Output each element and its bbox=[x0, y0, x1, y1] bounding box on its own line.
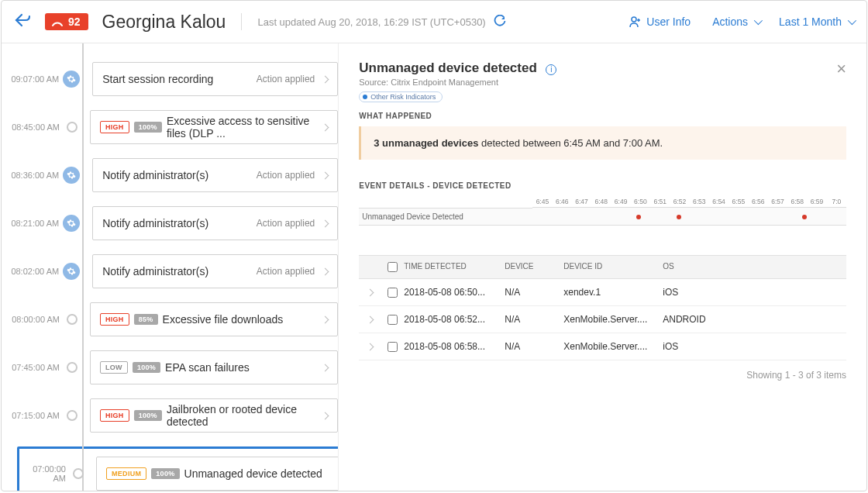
expand-row-icon[interactable] bbox=[359, 287, 381, 298]
timeline-event-card[interactable]: LOW100%EPA scan failures bbox=[90, 350, 338, 384]
event-title: Start session recording bbox=[102, 73, 257, 85]
timeline-event-card[interactable]: HIGH100%Jailbroken or rooted device dete… bbox=[90, 398, 338, 433]
table-row[interactable]: 2018-05-08 06:58...N/AXenMobile.Server..… bbox=[359, 333, 846, 360]
last-updated-text: Last updated Aug 20, 2018, 16:29 IST (UT… bbox=[257, 16, 485, 28]
refresh-button[interactable] bbox=[494, 15, 506, 29]
table-footer: Showing 1 - 3 of 3 items bbox=[359, 370, 846, 381]
event-dot bbox=[677, 215, 681, 219]
gear-icon bbox=[63, 71, 80, 88]
cell-device: N/A bbox=[505, 341, 563, 352]
tick-label: 6:58 bbox=[787, 198, 807, 205]
cell-os: ANDROID bbox=[663, 314, 731, 325]
chevron-right-icon bbox=[322, 315, 329, 323]
user-info-label: User Info bbox=[646, 16, 691, 28]
event-details-label: EVENT DETAILS - DEVICE DETECTED bbox=[359, 181, 846, 190]
event-timeline-chart: 6:456:466:476:486:496:506:516:526:536:54… bbox=[359, 198, 846, 226]
chevron-right-icon bbox=[322, 267, 329, 275]
table-row[interactable]: 2018-05-08 06:52...N/AXenMobile.Server..… bbox=[359, 306, 846, 333]
event-dot bbox=[636, 215, 641, 219]
col-device[interactable]: DEVICE bbox=[505, 262, 563, 272]
table-row[interactable]: 2018-05-08 06:50...N/Axendev.1iOS bbox=[359, 279, 846, 306]
event-title: Jailbroken or rooted device detected bbox=[167, 403, 315, 428]
timerange-dropdown[interactable]: Last 1 Month bbox=[779, 16, 854, 28]
event-timestamp: 08:02:00 AM bbox=[2, 267, 65, 276]
chevron-right-icon bbox=[322, 123, 329, 131]
severity-tag: HIGH bbox=[100, 409, 129, 422]
event-dot bbox=[802, 215, 807, 219]
chevron-right-icon bbox=[322, 171, 329, 179]
back-button[interactable] bbox=[14, 12, 33, 32]
expand-row-icon[interactable] bbox=[359, 314, 381, 325]
timeline-event-card[interactable]: Start session recordingAction applied bbox=[92, 62, 338, 96]
action-applied-label: Action applied bbox=[257, 218, 315, 229]
gear-icon bbox=[63, 215, 80, 232]
what-happened-box: 3 unmanaged devices detected between 6:4… bbox=[359, 126, 846, 160]
cell-os: iOS bbox=[663, 287, 731, 298]
event-title: Excessive file downloads bbox=[163, 313, 315, 326]
event-title: Notify administrator(s) bbox=[102, 169, 257, 181]
action-applied-label: Action applied bbox=[257, 266, 315, 277]
row-checkbox[interactable] bbox=[388, 288, 398, 298]
col-time[interactable]: TIME DETECTED bbox=[404, 262, 505, 272]
actions-dropdown[interactable]: Actions bbox=[712, 16, 760, 28]
timeline-event-card[interactable]: Notify administrator(s)Action applied bbox=[92, 158, 338, 192]
severity-tag: HIGH bbox=[100, 121, 129, 133]
chevron-right-icon bbox=[322, 412, 329, 419]
expand-row-icon[interactable] bbox=[359, 341, 381, 352]
detail-source: Source: Citrix Endpoint Management bbox=[359, 78, 556, 87]
table-header: TIME DETECTED DEVICE DEVICE ID OS bbox=[359, 255, 846, 279]
svg-point-0 bbox=[632, 17, 636, 22]
severity-tag: MEDIUM bbox=[106, 467, 146, 480]
percent-tag: 85% bbox=[134, 314, 158, 325]
cell-device: N/A bbox=[505, 287, 563, 298]
event-timestamp: 07:00:00 AM bbox=[19, 464, 72, 483]
row-checkbox[interactable] bbox=[388, 315, 398, 325]
tick-label: 6:54 bbox=[709, 198, 728, 205]
col-device-id[interactable]: DEVICE ID bbox=[563, 262, 663, 272]
event-timestamp: 07:45:00 AM bbox=[2, 363, 66, 372]
tick-label: 7:0 bbox=[827, 198, 846, 205]
user-info-button[interactable]: User Info bbox=[629, 16, 691, 28]
what-happened-label: WHAT HAPPENED bbox=[359, 112, 846, 120]
timerange-label: Last 1 Month bbox=[779, 16, 842, 28]
select-all-checkbox[interactable] bbox=[388, 262, 398, 272]
divider bbox=[241, 13, 242, 30]
timeline-node bbox=[67, 122, 78, 133]
event-timestamp: 08:21:00 AM bbox=[2, 219, 65, 228]
tick-label: 6:50 bbox=[631, 198, 650, 205]
timeline-node bbox=[67, 362, 78, 373]
timeline-node bbox=[73, 468, 84, 479]
event-title: Excessive access to sensitive files (DLP… bbox=[167, 115, 315, 140]
gear-icon bbox=[63, 263, 80, 280]
event-timestamp: 08:00:00 AM bbox=[2, 315, 66, 324]
event-timestamp: 08:45:00 AM bbox=[2, 122, 66, 132]
event-timestamp: 09:07:00 AM bbox=[2, 74, 65, 84]
detail-title: Unmanaged device detected bbox=[359, 60, 537, 75]
timeline-event-card[interactable]: Notify administrator(s)Action applied bbox=[92, 206, 338, 240]
timeline-panel: 09:07:00 AMStart session recordingAction… bbox=[2, 43, 339, 491]
risk-indicator-pill: Other Risk Indicators bbox=[359, 91, 443, 102]
percent-tag: 100% bbox=[151, 468, 179, 479]
cell-device-id: XenMobile.Server.... bbox=[563, 341, 663, 352]
timeline-node bbox=[67, 410, 78, 421]
gear-icon bbox=[63, 167, 80, 184]
cell-time: 2018-05-08 06:50... bbox=[404, 287, 505, 298]
info-icon[interactable]: i bbox=[546, 64, 556, 75]
close-button[interactable]: × bbox=[836, 60, 846, 78]
chart-series-label: Unmanaged Device Detected bbox=[359, 208, 532, 226]
col-os[interactable]: OS bbox=[663, 262, 731, 272]
timeline-event-card[interactable]: Notify administrator(s)Action applied bbox=[92, 254, 338, 288]
risk-score-value: 92 bbox=[68, 16, 81, 28]
event-table: TIME DETECTED DEVICE DEVICE ID OS 2018-0… bbox=[359, 255, 846, 381]
action-applied-label: Action applied bbox=[257, 170, 315, 181]
timeline-event-card[interactable]: HIGH85%Excessive file downloads bbox=[90, 302, 338, 336]
timeline-event-selected[interactable]: 07:00:00 AMMEDIUM100%Unmanaged device de… bbox=[17, 446, 339, 491]
event-title: Notify administrator(s) bbox=[102, 265, 257, 278]
chevron-right-icon bbox=[322, 75, 329, 83]
timeline-node bbox=[67, 314, 78, 325]
row-checkbox[interactable] bbox=[388, 342, 398, 352]
timeline-event-card[interactable]: HIGH100%Excessive access to sensitive fi… bbox=[90, 110, 338, 144]
cell-device-id: XenMobile.Server.... bbox=[563, 314, 663, 325]
chevron-right-icon bbox=[322, 364, 329, 371]
timeline-event-card[interactable]: MEDIUM100%Unmanaged device detected bbox=[96, 457, 339, 491]
